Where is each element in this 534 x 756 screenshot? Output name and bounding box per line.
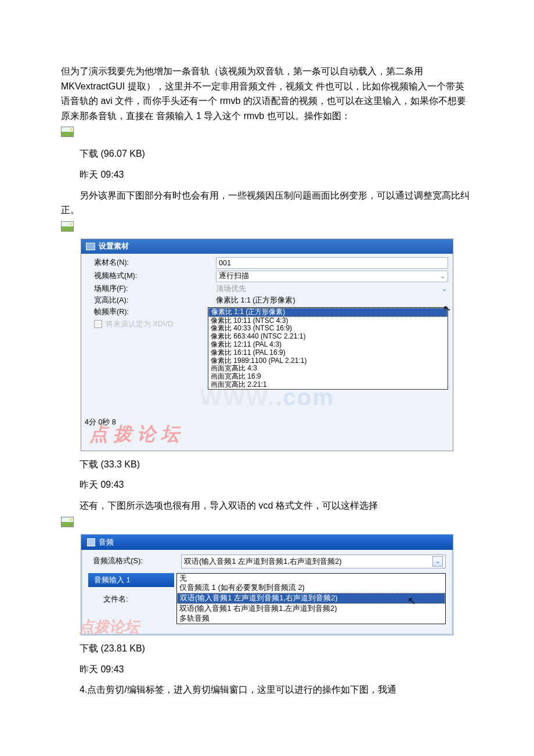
list-item[interactable]: 像素比 1989:1100 (PAL 2.21:1) — [208, 357, 448, 365]
chevron-down-icon: ⌄ — [442, 285, 447, 293]
label-filename: 文件名: — [88, 587, 176, 604]
list-item[interactable]: 画面宽高比 2.21:1 — [208, 381, 448, 389]
label-audio-stream-format: 音频流格式(S): — [88, 555, 181, 568]
dialog-titlebar: 设置素材 — [81, 239, 453, 254]
dialog-icon — [86, 243, 95, 250]
label-material-name: 素材名(N): — [86, 258, 216, 268]
list-item[interactable]: 像素比 12:11 (PAL 4:3) — [208, 341, 448, 349]
list-item[interactable]: 像素比 40:33 (NTSC 16:9) — [208, 325, 448, 333]
screenshot-set-material-dialog: 设置素材 素材名(N): 001 视频格式(M): 逐行扫描 ⌄ 场顺序(F):… — [81, 239, 453, 451]
label-aspect-ratio: 宽高比(A): — [86, 296, 216, 305]
label-video-format: 视频格式(M): — [86, 271, 216, 281]
paragraph-3: 还有，下图所示选项也很有用，导入双语的 vcd 格式文件，可以这样选择 — [61, 498, 473, 513]
paragraph-1: 但为了演示我要先为他增加一条音轨（该视频为双音轨，第一条可以自动载入，第二条用 … — [61, 64, 473, 123]
download-link-1[interactable]: 下载 (96.07 KB) — [61, 146, 473, 161]
list-item[interactable]: 多轨音频 — [177, 614, 445, 624]
image-placeholder-icon — [61, 517, 74, 527]
select-video-format[interactable]: 逐行扫描 ⌄ — [216, 271, 448, 282]
value-aspect-ratio: 像素比 1:1 (正方形像素) — [216, 296, 295, 305]
value-video-format: 逐行扫描 — [219, 271, 249, 281]
image-placeholder-icon — [61, 127, 74, 137]
list-item[interactable]: 双语(输入音频1 左声道到音频1,右声道到音频2) — [177, 593, 445, 604]
timestamp-1: 昨天 09:43 — [61, 167, 473, 182]
paragraph-4: 4.点击剪切/编辑标签，进入剪切编辑窗口，这里可以进行的操作如下图，我通 — [61, 682, 473, 697]
panel-titlebar: 音频 — [81, 535, 453, 550]
label-field-order: 场顺序(F): — [86, 284, 216, 294]
dropdown-aspect-list[interactable]: ↖ 像素比 1:1 (正方形像素) 像素比 10:11 (NTSC 4:3) 像… — [208, 307, 448, 390]
dialog-statusbar: 4分 0秒 8 点 拨 论 坛 — [81, 414, 453, 451]
select-audio-stream[interactable]: 双语(输入音频1 左声道到音频1,右声道到音频2) ⌄ — [181, 555, 446, 568]
list-item[interactable]: 画面宽高比 16:9 — [208, 373, 448, 381]
label-frame-rate: 帧频率(R): — [86, 307, 216, 317]
download-link-2[interactable]: 下载 (33.3 KB) — [61, 457, 473, 472]
watermark-forum: 点 拨 论 坛 — [85, 422, 449, 447]
watermark-forum: 点拨论坛 — [79, 617, 139, 637]
label-xdvd-checkbox: 将来源认定为 XDVD — [106, 319, 173, 329]
chevron-down-icon[interactable]: ⌄ — [432, 556, 443, 567]
checkbox-xdvd[interactable] — [94, 320, 102, 328]
value-audio-stream: 双语(输入音频1 左声道到音频1,右声道到音频2) — [184, 556, 342, 567]
list-item[interactable]: 仅音频流 1 (如有必要复制到音频流 2) — [177, 583, 445, 593]
list-item[interactable]: 无 — [177, 574, 445, 584]
list-item[interactable]: 像素比 1:1 (正方形像素) — [208, 308, 448, 317]
list-item[interactable]: 像素比 663:440 (NTSC 2.21:1) — [208, 333, 448, 341]
download-link-3[interactable]: 下载 (23.81 KB) — [61, 641, 473, 656]
timestamp-2: 昨天 09:43 — [61, 477, 473, 492]
panel-title: 音频 — [99, 537, 114, 548]
panel-audio-input-1: 音频输入 1 — [88, 573, 174, 587]
value-material-name: 001 — [219, 259, 231, 267]
timestamp-3: 昨天 09:43 — [61, 662, 473, 677]
image-placeholder-icon — [61, 221, 74, 232]
panel-icon — [87, 538, 95, 546]
dialog-title: 设置素材 — [99, 242, 129, 251]
paragraph-2: 另外该界面下图部分有时也会有用，一些视频因压制问题画面比例变形，可以通过调整宽高… — [61, 188, 473, 218]
list-item[interactable]: 像素比 10:11 (NTSC 4:3) — [208, 317, 448, 325]
list-item[interactable]: 画面宽高比 4:3 — [208, 365, 448, 373]
list-item[interactable]: 双语(输入音频1 右声道到音频1,左声道到音频2) — [177, 604, 445, 614]
cursor-icon: ↖ — [407, 595, 416, 608]
screenshot-audio-panel: 音频 音频流格式(S): 双语(输入音频1 左声道到音频1,右声道到音频2) ⌄… — [81, 534, 453, 635]
input-material-name[interactable]: 001 — [216, 257, 448, 269]
dropdown-audio-stream-list[interactable]: ↖ 无 仅音频流 1 (如有必要复制到音频流 2) 双语(输入音频1 左声道到音… — [176, 573, 446, 624]
chevron-down-icon: ⌄ — [440, 272, 445, 280]
list-item[interactable]: 像素比 16:11 (PAL 16:9) — [208, 349, 448, 357]
value-field-order: 顶场优先 — [216, 284, 246, 294]
